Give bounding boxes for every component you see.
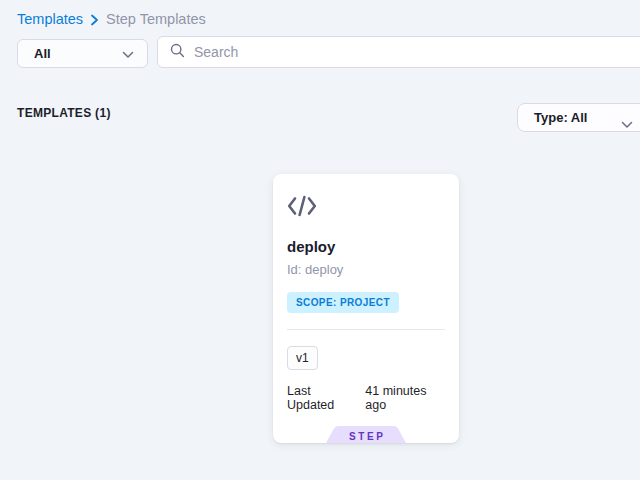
last-updated-label: Last Updated <box>287 384 356 412</box>
search-input[interactable] <box>194 44 637 60</box>
chevron-down-icon <box>621 115 633 133</box>
scope-filter-dropdown[interactable]: All <box>17 39 148 68</box>
code-icon <box>287 195 445 221</box>
scope-badge: SCOPE: PROJECT <box>287 292 399 313</box>
search-icon <box>170 43 185 62</box>
scope-filter-value: All <box>34 46 51 61</box>
card-divider <box>287 329 445 330</box>
version-chip: v1 <box>287 346 318 370</box>
template-card-deploy[interactable]: deploy Id: deploy SCOPE: PROJECT v1 Last… <box>273 174 459 443</box>
breadcrumb-current: Step Templates <box>106 11 206 27</box>
templates-count-label: TEMPLATES (1) <box>17 106 111 120</box>
last-updated-row: Last Updated 41 minutes ago <box>287 384 445 412</box>
chevron-right-icon <box>90 14 99 26</box>
template-type-badge-label: STEP <box>326 426 406 443</box>
breadcrumb: Templates Step Templates <box>17 11 206 27</box>
last-updated-value: 41 minutes ago <box>365 384 445 412</box>
search-box <box>157 36 640 68</box>
breadcrumb-link-templates[interactable]: Templates <box>17 11 83 27</box>
type-filter-value: Type: All <box>534 110 587 125</box>
chevron-down-icon <box>122 45 134 63</box>
template-title: deploy <box>287 238 445 255</box>
template-type-badge: STEP <box>326 426 406 443</box>
template-id: Id: deploy <box>287 262 445 277</box>
type-filter-dropdown[interactable]: Type: All <box>517 103 640 132</box>
